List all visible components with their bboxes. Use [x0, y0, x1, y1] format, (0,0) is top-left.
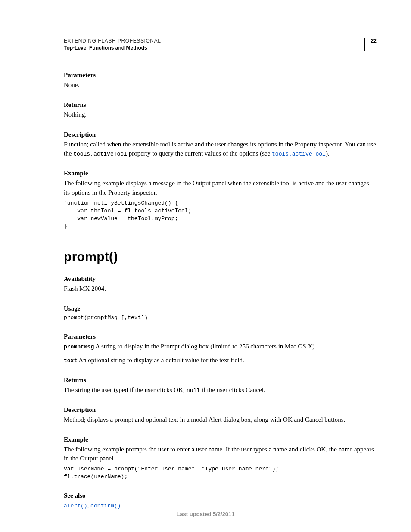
param-text-desc: An optional string to display as a defau… [77, 357, 244, 364]
doc-title: EXTENDING FLASH PROFESSIONAL [64, 38, 364, 44]
document-page: EXTENDING FLASH PROFESSIONAL Top-Level F… [0, 0, 411, 532]
description-text-post: ). [326, 150, 330, 157]
alert-link[interactable]: alert() [64, 503, 87, 509]
page-number: 22 [369, 38, 377, 44]
tools-activetool-link[interactable]: tools.activeTool [272, 151, 326, 157]
example-body-2: The following example prompts the user t… [64, 445, 377, 464]
returns-body-2: The string the user typed if the user cl… [64, 386, 377, 395]
param-promptmsg-name: promptMsg [64, 344, 94, 350]
description-heading: Description [64, 131, 377, 138]
header-titles: EXTENDING FLASH PROFESSIONAL Top-Level F… [64, 38, 364, 51]
returns-body: Nothing. [64, 110, 377, 120]
returns-heading: Returns [64, 101, 377, 109]
function-title-prompt: prompt() [64, 249, 377, 264]
parameters-body: None. [64, 81, 377, 90]
description-body-2: Method; displays a prompt and optional t… [64, 415, 377, 425]
availability-heading: Availability [64, 275, 377, 283]
description-body: Function; called when the extensible too… [64, 140, 377, 159]
usage-heading: Usage [64, 305, 377, 312]
parameters-heading: Parameters [64, 72, 377, 79]
returns2-post: if the user clicks Cancel. [200, 386, 265, 393]
usage-code-block: prompt(promptMsg [,text]) [64, 314, 377, 322]
param-text-name: text [64, 358, 77, 364]
returns-heading-2: Returns [64, 376, 377, 384]
page-number-divider: 22 [364, 38, 377, 51]
doc-subtitle: Top-Level Functions and Methods [64, 45, 364, 51]
see-also-sep: , [87, 502, 91, 509]
description-heading-2: Description [64, 406, 377, 414]
example-heading-2: Example [64, 436, 377, 443]
param-text-row: text An optional string to display as a … [64, 356, 377, 365]
confirm-link[interactable]: confirm() [90, 503, 121, 509]
example-code-block-2: var userName = prompt("Enter user name",… [64, 465, 377, 481]
footer-last-updated: Last updated 5/2/2011 [0, 511, 411, 517]
param-promptmsg-desc: A string to display in the Prompt dialog… [94, 343, 316, 350]
example-heading: Example [64, 170, 377, 177]
description-inline-code: tools.activeTool [73, 151, 127, 157]
availability-body: Flash MX 2004. [64, 284, 377, 294]
example-code-block: function notifySettingsChanged() { var t… [64, 199, 377, 231]
example-body: The following example displays a message… [64, 179, 377, 198]
param-promptmsg-row: promptMsg A string to display in the Pro… [64, 342, 377, 352]
page-header: EXTENDING FLASH PROFESSIONAL Top-Level F… [64, 38, 377, 51]
returns2-pre: The string the user typed if the user cl… [64, 386, 187, 393]
see-also-heading: See also [64, 492, 377, 499]
see-also-links: alert(), confirm() [64, 501, 377, 510]
description-text-mid: property to query the current values of … [127, 150, 272, 157]
parameters-heading-2: Parameters [64, 333, 377, 340]
returns2-inline-code: null [187, 387, 200, 394]
